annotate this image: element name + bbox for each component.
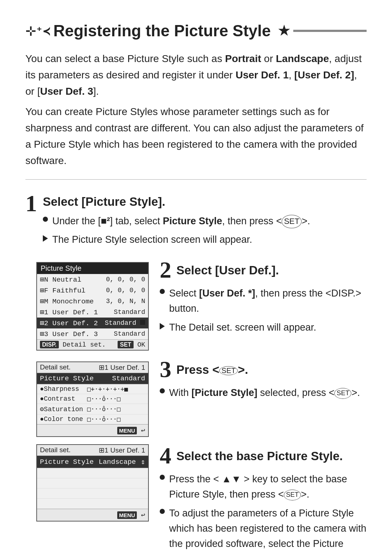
step4-screen: Detail set. ⊞1 User Def. 1 Picture Style…	[36, 444, 149, 522]
step-3-title: Press <SET>.	[176, 358, 248, 377]
step4-empty-3	[37, 488, 148, 499]
step4-header-left: Detail set.	[40, 446, 70, 454]
steps-area: 1 Select [Picture Style]. Under the [■²]…	[25, 183, 367, 552]
title-row: ⊹⁺≺ Registering the Picture Style ★	[25, 22, 367, 40]
menu-button: MENU	[117, 427, 137, 434]
set-button-icon: SET	[282, 215, 302, 228]
screen-row-faithful: ⊞F Faithful 0, 0, 0, 0	[37, 285, 148, 296]
step-4-bullet-2: To adjust the parameters of a Picture St…	[160, 506, 367, 552]
step4-footer: MENU ↩	[37, 509, 148, 521]
param-saturation-name: ⚙Saturation	[40, 405, 87, 413]
detail-style-row: Picture Style Standard	[37, 373, 148, 384]
step-2-title: Select [User Def.].	[176, 258, 279, 277]
param-contrast-name: ●Contrast	[40, 395, 87, 402]
screen-row-userdef3-value: Standard	[114, 330, 145, 338]
step-2-bullet-2-text: The Detail set. screen will appear.	[169, 320, 367, 335]
title-icon: ⊹⁺≺	[25, 24, 50, 38]
set-circle-icon: SET	[219, 366, 238, 375]
param-colortone-bar: □···ô···□	[87, 416, 145, 423]
bullet-dot-icon-2	[160, 509, 165, 514]
disp-detail-label: DISP. Detail set.	[40, 341, 106, 348]
screen-row-monochrome: ⊞M Monochrome 3, 0, N, N	[37, 296, 148, 307]
bullet-triangle-icon	[43, 235, 48, 242]
step-2-bullet-2: The Detail set. screen will appear.	[160, 320, 367, 335]
screen-row-neutral: ⊞N Neutral 0, 0, 0, 0	[37, 274, 148, 285]
step-1-row: 1 Select [Picture Style]. Under the [■²]…	[25, 183, 367, 252]
set-circle-s4-icon: SET	[284, 490, 301, 500]
step-4-row: Detail set. ⊞1 User Def. 1 Picture Style…	[25, 441, 367, 552]
set-ok-label: SET OK	[118, 341, 145, 348]
step-4-bullet-1: Press the < ▲▼ > key to select the base …	[160, 472, 367, 502]
intro-paragraph-2: You can create Picture Styles whose para…	[25, 104, 367, 169]
param-saturation: ⚙Saturation □···ô···□	[37, 404, 148, 414]
step-4-bullet-2-text: To adjust the parameters of a Picture St…	[169, 506, 367, 552]
screen-row-faithful-value: 0, 0, 0, 0	[106, 287, 145, 294]
screen-row-userdef1-label: ⊞1 User Def. 1	[40, 308, 111, 316]
title-line	[293, 30, 367, 32]
screen-row-monochrome-value: 3, 0, N, N	[106, 298, 145, 305]
bullet-dot-icon	[160, 289, 165, 294]
screen-row-neutral-label: ⊞N Neutral	[40, 275, 103, 284]
step4-empty-2	[37, 478, 148, 488]
step-2-right: 2 Select [User Def.]. Select [User Def. …	[160, 258, 367, 339]
param-colortone-name: ●Color tone	[40, 416, 87, 423]
screen-row-userdef1-value: Standard	[114, 308, 145, 316]
step4-header: Detail set. ⊞1 User Def. 1	[37, 445, 148, 456]
param-sharpness-bar: □+·+·+·+·+■	[87, 385, 145, 393]
detail-set-screen: Detail set. ⊞1 User Def. 1 Picture Style…	[36, 361, 149, 437]
param-sharpness-name: ●Sharpness	[40, 385, 87, 393]
step-3-row: Detail set. ⊞1 User Def. 1 Picture Style…	[25, 354, 367, 437]
step4-menu-button: MENU	[117, 511, 137, 519]
step-3-right: 3 Press <SET>. With [Picture Style] sele…	[160, 358, 367, 404]
step-3-number: 3	[160, 358, 171, 381]
page-title: Registering the Picture Style	[53, 22, 271, 40]
step-4-right: 4 Select the base Picture Style. Press t…	[160, 444, 367, 552]
step4-empty-1	[37, 468, 148, 478]
bullet-dot-icon	[160, 475, 165, 480]
detail-header: Detail set. ⊞1 User Def. 1	[37, 362, 148, 373]
set-circle-small-icon: SET	[334, 388, 351, 399]
step-1-bullet-1: Under the [■²] tab, select Picture Style…	[43, 214, 367, 229]
picture-style-screen: Picture Style ⊞N Neutral 0, 0, 0, 0 ⊞F F…	[36, 262, 149, 351]
step-4-title: Select the base Picture Style.	[176, 444, 343, 463]
screen-row-monochrome-label: ⊞M Monochrome	[40, 297, 103, 306]
page-container: ⊹⁺≺ Registering the Picture Style ★ You …	[0, 0, 392, 552]
screen-row-neutral-value: 0, 0, 0, 0	[106, 276, 145, 283]
screen-row-userdef3: ⊞3 User Def. 3 Standard	[37, 328, 148, 339]
step-3-bullet-1-text: With [Picture Style] selected, press <SE…	[169, 385, 367, 401]
step-1-bullet-2-text: The Picture Style selection screen will …	[52, 232, 367, 248]
step4-style-row: Picture Style Landscape ⇕	[37, 456, 148, 468]
step-2-left: Picture Style ⊞N Neutral 0, 0, 0, 0 ⊞F F…	[25, 258, 149, 351]
step-4-number: 4	[160, 444, 171, 467]
selected-indicator	[140, 320, 145, 325]
step4-empty-4	[37, 499, 148, 509]
step-4-left: Detail set. ⊞1 User Def. 1 Picture Style…	[25, 444, 149, 522]
step-1-content: Select [Picture Style]. Under the [■²] t…	[43, 191, 367, 252]
step-3-bullet-1: With [Picture Style] selected, press <SE…	[160, 385, 367, 401]
menu-arrow: ↩	[141, 426, 145, 435]
step4-scroll-arrows: ⇕	[141, 457, 145, 466]
step-1-bullet-2: The Picture Style selection screen will …	[43, 232, 367, 248]
screen-row-userdef2-label: ⊞2 User Def. 2	[40, 319, 102, 327]
bullet-dot-icon	[160, 388, 165, 393]
section-divider	[25, 179, 367, 180]
step-3-number-title: 3 Press <SET>.	[160, 358, 367, 382]
param-colortone: ●Color tone □···ô···□	[37, 414, 148, 424]
param-saturation-bar: □···ô···□	[87, 405, 145, 413]
step-4-number-title: 4 Select the base Picture Style.	[160, 444, 367, 468]
bullet-dot-icon	[43, 217, 48, 222]
step-1-bullet-1-text: Under the [■²] tab, select Picture Style…	[52, 214, 367, 229]
detail-footer: MENU ↩	[37, 424, 148, 436]
param-contrast: ●Contrast □···ô···□	[37, 394, 148, 404]
step4-style-label: Picture Style	[40, 458, 94, 466]
screen-row-faithful-label: ⊞F Faithful	[40, 286, 103, 295]
disp-button: DISP.	[40, 341, 59, 348]
step-2-number-title: 2 Select [User Def.].	[160, 258, 367, 282]
detail-header-right: ⊞1 User Def. 1	[99, 363, 145, 372]
screen-row-userdef2-value: Standard	[105, 319, 145, 327]
bullet-triangle-icon	[160, 323, 165, 330]
param-sharpness: ●Sharpness □+·+·+·+·+■	[37, 384, 148, 394]
step-2-number: 2	[160, 258, 171, 282]
intro-paragraph-1: You can select a base Picture Style such…	[25, 51, 367, 99]
step4-style-value: Landscape	[99, 458, 136, 466]
